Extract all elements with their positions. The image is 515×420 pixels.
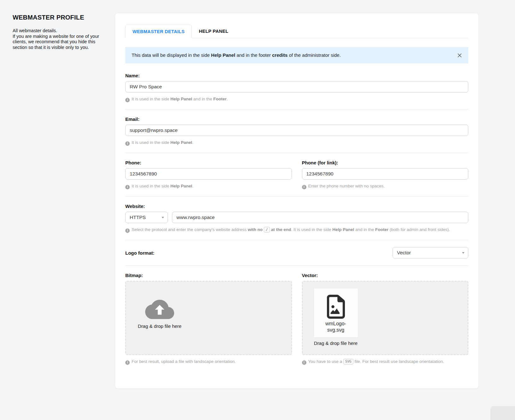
phone-label: Phone: [125, 160, 292, 165]
section-divider [125, 196, 468, 197]
section-divider [125, 265, 468, 266]
vector-file-name: wmLogo-svg.svg [318, 321, 353, 333]
email-input[interactable] [125, 125, 468, 136]
phone-input[interactable] [125, 168, 292, 180]
info-icon: i [125, 141, 130, 146]
bitmap-dropzone-message: Drag & drop file here [136, 323, 183, 329]
info-icon: i [125, 228, 130, 233]
logo-format-label: Logo format: [125, 250, 154, 256]
name-field-group: Name: iIt is used in the side Help Panel… [125, 73, 468, 102]
close-icon [458, 53, 462, 57]
vector-label: Vector: [302, 273, 469, 278]
vector-file-preview[interactable]: wmLogo-svg.svg [314, 288, 358, 338]
info-alert-text: This data will be displayed in the side … [132, 52, 341, 58]
info-icon: i [125, 360, 130, 365]
website-field-group: Website: HTTPS iSelect the protocol and … [125, 204, 468, 233]
website-input[interactable] [172, 212, 468, 223]
info-icon: i [125, 185, 130, 189]
name-input[interactable] [125, 81, 468, 92]
logo-upload-row: Bitmap: Drag & drop file here iFor best … [125, 273, 468, 365]
email-help: iIt is used in the side Help Panel. [125, 140, 468, 146]
page-description: All webmaster details. If you are making… [13, 28, 107, 50]
cloud-upload-icon [145, 299, 174, 320]
website-protocol-value: HTTPS [130, 215, 146, 220]
vector-help: iYou have to use a SVG file. For best re… [302, 359, 469, 365]
bitmap-dropzone[interactable]: Drag & drop file here [125, 281, 292, 355]
tab-webmaster-details[interactable]: WEBMASTER DETAILS [125, 25, 192, 38]
logo-format-row: Logo format: Vector [125, 247, 468, 258]
file-image-icon [327, 295, 345, 319]
sidebar: WEBMASTER PROFILE All webmaster details.… [13, 14, 107, 50]
phone-link-help: iEnter the phone number with no spaces. [302, 183, 469, 189]
section-divider [125, 109, 468, 109]
alert-close-button[interactable] [455, 51, 464, 60]
page-description-line: If you are making a website for one of y… [13, 34, 107, 50]
logo-format-select[interactable]: Vector [393, 247, 468, 258]
email-field-group: Email: iIt is used in the side Help Pane… [125, 116, 468, 146]
info-icon: i [302, 185, 306, 189]
bitmap-help: iFor best result, upload a file with lan… [125, 359, 292, 365]
phone-row: Phone: iIt is used in the side Help Pane… [125, 160, 468, 189]
name-help: iIt is used in the side Help Panel and i… [125, 96, 468, 102]
section-divider [125, 240, 468, 240]
logo-format-value: Vector [397, 250, 411, 255]
phone-help: iIt is used in the side Help Panel. [125, 183, 292, 189]
email-label: Email: [125, 116, 468, 122]
phone-link-field-group: Phone (for link): iEnter the phone numbe… [302, 160, 469, 189]
page-title: WEBMASTER PROFILE [13, 14, 107, 21]
website-label: Website: [125, 204, 468, 209]
info-icon: i [125, 98, 130, 102]
bitmap-field-group: Bitmap: Drag & drop file here iFor best … [125, 273, 292, 365]
settings-card: WEBMASTER DETAILS HELP PANEL This data w… [115, 13, 478, 388]
website-help: iSelect the protocol and enter the compa… [125, 227, 468, 233]
tab-bar: WEBMASTER DETAILS HELP PANEL [125, 25, 468, 38]
info-icon: i [302, 360, 306, 365]
vector-dropzone-message: Drag & drop file here [314, 340, 358, 346]
vector-dropzone[interactable]: wmLogo-svg.svg Drag & drop file here [302, 281, 469, 355]
bitmap-label: Bitmap: [125, 273, 292, 278]
phone-link-label: Phone (for link): [302, 160, 469, 165]
vector-field-group: Vector: wmLogo-svg.svg Drag & drop file … [302, 273, 469, 365]
tab-help-panel[interactable]: HELP PANEL [192, 25, 235, 38]
name-label: Name: [125, 73, 468, 78]
phone-link-input[interactable] [302, 168, 469, 180]
phone-field-group: Phone: iIt is used in the side Help Pane… [125, 160, 292, 189]
section-divider [125, 153, 468, 153]
scroll-corner-widget [490, 406, 515, 420]
chevron-down-icon [462, 252, 465, 254]
website-protocol-select[interactable]: HTTPS [125, 212, 168, 223]
info-alert: This data will be displayed in the side … [125, 47, 468, 63]
chevron-down-icon [162, 217, 164, 218]
page-description-line: All webmaster details. [13, 28, 107, 34]
